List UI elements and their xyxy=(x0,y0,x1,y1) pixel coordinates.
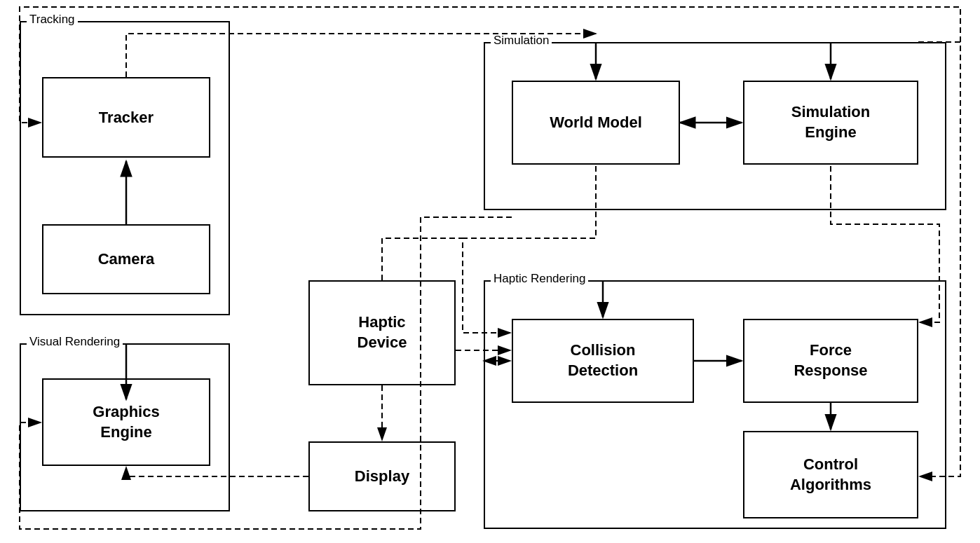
visual-rendering-label: Visual Rendering xyxy=(27,335,123,349)
collision-detection-box: CollisionDetection xyxy=(512,319,694,403)
camera-box: Camera xyxy=(42,224,210,294)
world-model-box: World Model xyxy=(512,81,680,165)
haptic-device-box: HapticDevice xyxy=(308,280,456,385)
control-algorithms-box: ControlAlgorithms xyxy=(743,431,918,518)
haptic-rendering-label: Haptic Rendering xyxy=(491,272,588,286)
simulation-label: Simulation xyxy=(491,34,552,48)
display-box: Display xyxy=(308,441,456,511)
diagram: Tracking Visual Rendering Simulation Hap… xyxy=(0,0,980,543)
force-response-box: ForceResponse xyxy=(743,319,918,403)
tracker-box: Tracker xyxy=(42,77,210,158)
graphics-engine-box: GraphicsEngine xyxy=(42,378,210,466)
simulation-engine-box: SimulationEngine xyxy=(743,81,918,165)
tracking-label: Tracking xyxy=(27,13,78,27)
